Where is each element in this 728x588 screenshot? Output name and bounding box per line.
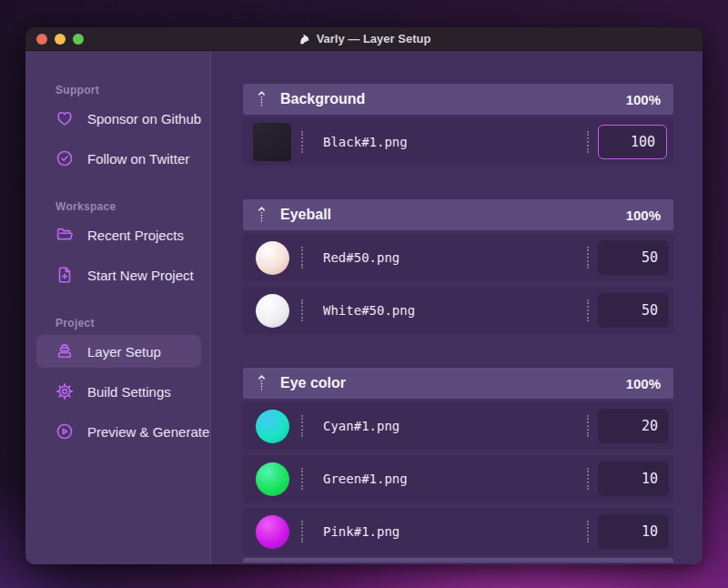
sidebar-item-build-settings[interactable]: Build Settings xyxy=(25,371,210,411)
sidebar-heading: Support xyxy=(25,82,210,98)
sidebar-item-label: Recent Projects xyxy=(87,228,184,243)
sidebar-item-recent-projects[interactable]: Recent Projects xyxy=(25,215,210,255)
layer-row-red-50-png[interactable]: Red#50.png xyxy=(243,234,673,281)
window-title: Varly — Layer Setup xyxy=(317,32,431,46)
layer-thumbnail-black-square xyxy=(253,123,291,161)
dotted-divider xyxy=(587,468,589,490)
layer-thumbnail-cyan-ball xyxy=(256,410,289,443)
layer-weight-input[interactable] xyxy=(598,240,669,275)
layer-row-black-1-png[interactable]: Black#1.png xyxy=(243,118,673,166)
layer-weight-input[interactable] xyxy=(598,125,667,159)
sidebar-section-workspace: WorkspaceRecent ProjectsStart New Projec… xyxy=(25,198,210,295)
layer-row-cyan-1-png[interactable]: Cyan#1.png xyxy=(243,402,673,450)
group-title: Eye color xyxy=(280,375,346,391)
app-window: Varly — Layer Setup SupportSponsor on Gi… xyxy=(25,27,703,564)
sidebar-heading: Project xyxy=(25,315,210,331)
unicorn-icon xyxy=(298,32,311,46)
dotted-divider xyxy=(587,521,589,542)
sidebar-item-start-new-project[interactable]: Start New Project xyxy=(25,255,210,295)
sidebar-item-label: Layer Setup xyxy=(87,344,161,360)
dotted-divider xyxy=(301,415,303,437)
dotted-divider xyxy=(301,247,303,269)
sidebar-item-label: Start New Project xyxy=(87,268,194,283)
traffic-lights xyxy=(36,34,84,45)
sidebar-item-layer-setup[interactable]: Layer Setup xyxy=(36,335,201,368)
dotted-divider xyxy=(301,131,303,153)
titlebar: Varly — Layer Setup xyxy=(25,27,703,51)
sidebar-heading: Workspace xyxy=(25,198,210,215)
sidebar-item-label: Preview & Generate xyxy=(87,424,209,440)
dotted-divider xyxy=(587,299,589,321)
group-weight: 100% xyxy=(626,208,661,223)
layer-filename: White#50.png xyxy=(323,303,587,318)
heart-icon xyxy=(55,108,75,128)
minimize-button[interactable] xyxy=(55,34,66,45)
layer-row-green-1-png[interactable]: Green#1.png xyxy=(243,455,673,502)
dotted-divider xyxy=(301,521,303,542)
layer-filename: Pink#1.png xyxy=(323,524,587,539)
thumbnail-cell xyxy=(243,410,301,443)
dotted-divider xyxy=(587,415,589,437)
layer-weight-input[interactable] xyxy=(598,461,669,496)
thumbnail-cell xyxy=(243,123,301,161)
close-button[interactable] xyxy=(36,34,47,45)
layer-filename: Green#1.png xyxy=(323,471,587,486)
group-header: Eyeball100% xyxy=(243,199,673,230)
layers-icon xyxy=(55,341,75,361)
drag-vertical-icon[interactable] xyxy=(256,90,268,108)
next-group-peek xyxy=(243,559,673,563)
layer-thumbnail-green-ball xyxy=(256,462,289,496)
layer-row-pink-1-png[interactable]: Pink#1.png xyxy=(243,508,673,555)
sidebar-item-follow-on-twitter[interactable]: Follow on Twitter xyxy=(25,138,210,178)
thumbnail-cell xyxy=(243,515,301,549)
layer-filename: Cyan#1.png xyxy=(323,419,587,433)
layer-row-white-50-png[interactable]: White#50.png xyxy=(243,287,673,334)
folder-open-icon xyxy=(55,225,75,245)
file-plus-icon xyxy=(55,265,75,285)
sidebar: SupportSponsor on GithubFollow on Twitte… xyxy=(25,51,211,564)
sidebar-section-support: SupportSponsor on GithubFollow on Twitte… xyxy=(25,82,210,178)
layer-filename: Black#1.png xyxy=(323,135,587,149)
group-title: Eyeball xyxy=(280,207,331,223)
thumbnail-cell xyxy=(243,294,301,328)
dotted-divider xyxy=(587,247,589,269)
group-weight: 100% xyxy=(626,92,661,107)
layer-weight-input[interactable] xyxy=(598,293,669,328)
desktop-background: { "window": { "title": "Varly — Layer Se… xyxy=(0,0,728,588)
layer-setup-panel: Background100%Black#1.pngEyeball100%Red#… xyxy=(211,51,703,564)
layer-weight-input[interactable] xyxy=(598,409,669,443)
thumbnail-cell xyxy=(243,462,301,496)
group-title: Background xyxy=(280,91,365,107)
dotted-divider xyxy=(587,131,589,153)
layer-thumbnail-red-ball xyxy=(256,241,289,275)
sidebar-section-project: ProjectLayer SetupBuild SettingsPreview … xyxy=(25,315,210,451)
layer-group-eyeball: Eyeball100%Red#50.pngWhite#50.png xyxy=(243,199,673,334)
drag-vertical-icon[interactable] xyxy=(256,206,268,224)
window-title-wrap: Varly — Layer Setup xyxy=(298,32,431,46)
zoom-button[interactable] xyxy=(73,34,84,45)
sidebar-item-label: Follow on Twitter xyxy=(87,151,189,167)
thumbnail-cell xyxy=(243,241,301,275)
sidebar-item-preview-generate[interactable]: Preview & Generate xyxy=(25,411,210,451)
sidebar-item-label: Build Settings xyxy=(87,384,171,400)
dotted-divider xyxy=(301,468,303,490)
layer-thumbnail-pink-ball xyxy=(256,515,289,549)
group-header: Background100% xyxy=(243,84,673,115)
play-circle-icon xyxy=(55,421,75,441)
gear-icon xyxy=(55,381,75,401)
layer-thumbnail-white-ball xyxy=(256,294,289,328)
sidebar-item-label: Sponsor on Github xyxy=(87,111,201,127)
sidebar-item-sponsor-on-github[interactable]: Sponsor on Github xyxy=(25,98,210,138)
layer-filename: Red#50.png xyxy=(323,250,587,265)
dotted-divider xyxy=(301,299,303,321)
group-weight: 100% xyxy=(626,376,661,391)
layer-group-background: Background100%Black#1.png xyxy=(243,84,673,166)
verified-badge-icon xyxy=(55,148,75,168)
layer-weight-input[interactable] xyxy=(598,514,669,549)
drag-vertical-icon[interactable] xyxy=(256,374,268,392)
group-header: Eye color100% xyxy=(243,368,673,399)
layer-group-eye-color: Eye color100%Cyan#1.pngGreen#1.pngPink#1… xyxy=(243,368,673,555)
